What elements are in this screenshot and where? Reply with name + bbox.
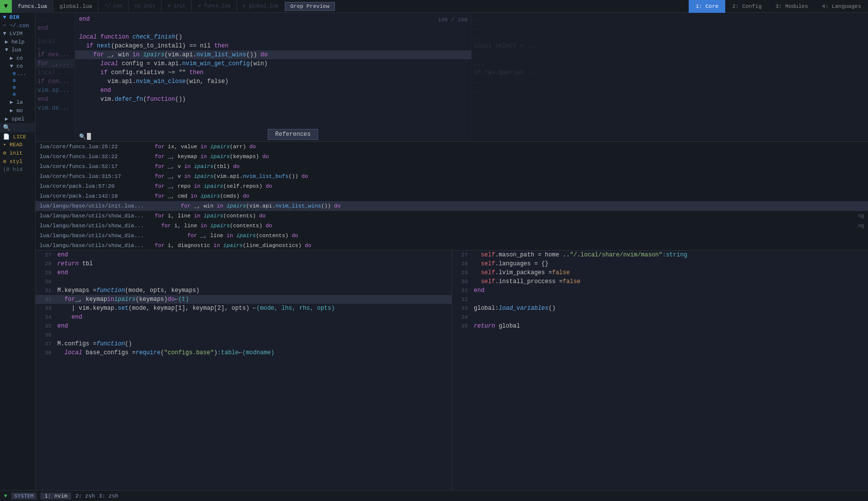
split-editors: 27 end 28 return tbl 29end 30 31M.keymap… <box>36 250 868 490</box>
split-code-line: 34 end <box>36 313 452 322</box>
sidebar-item-read[interactable]: • READ <box>0 141 35 149</box>
ref-code: for i, line in ipairs(contents) do <box>148 223 272 229</box>
ref-item-active[interactable]: lua/langu/base/utils/init.lua... for _, … <box>36 201 868 211</box>
tab-zsh-1[interactable]: 2: zsh <box>75 493 95 499</box>
sidebar-search[interactable]: 🔍 <box>0 123 35 132</box>
sidebar-item-init[interactable]: ⚙ init <box>0 149 35 157</box>
file-icon-3: ⚙ <box>13 84 16 90</box>
tab-extra-3[interactable]: # init <box>162 0 192 13</box>
system-label: SYSTEM <box>36 493 37 500</box>
sidebar-item-con[interactable]: ~ ~/.con <box>0 22 35 30</box>
main-code-panel: 160 / 180 end local function check_finis… <box>75 13 471 141</box>
ref-code: for i, diagnostic in ipairs(line_diagnos… <box>148 243 311 249</box>
ref-code: for _, v in ipairs(vim.api.nvim_list_buf… <box>148 173 308 179</box>
split-code-line: 30 <box>36 277 452 286</box>
tab-config[interactable]: 2: Config <box>725 0 768 13</box>
ref-code: for _, keymap in ipairs(keymaps) do <box>148 154 269 160</box>
split-code-line: 37M.configs = function() <box>36 339 452 348</box>
ref-code: for _, line in ipairs(contents) do <box>148 233 298 239</box>
ref-path: lua/langu/base/utils/show_dia... <box>40 213 148 219</box>
split-code-line: 33 | vim.keymap.set(mode, keymap[1], key… <box>36 304 452 313</box>
sidebar-item-lice[interactable]: 📄 LICE <box>0 132 35 141</box>
ref-path: lua/langu/base/utils/show_dia... <box>40 233 148 239</box>
tab-global-lua[interactable]: global.lua <box>53 0 98 13</box>
sidebar-item-co2[interactable]: ▼ co <box>0 62 35 70</box>
sidebar-dir-label: ▼ DIR <box>0 13 35 22</box>
ref-item[interactable]: lua/core/funcs.lua:25:22 for ix, value i… <box>36 142 868 152</box>
split-panel-left: 27 end 28 return tbl 29end 30 31M.keymap… <box>36 250 452 490</box>
code-line-highlighted: for _, win in ipairs(vim.api.nvim_list_w… <box>75 50 471 59</box>
split-code-line: 30 self.install_proccess = false <box>452 277 868 286</box>
split-code-line: 35return global <box>452 322 868 331</box>
split-code-line: 28 return tbl <box>36 259 452 268</box>
tab-zsh-2[interactable]: 3: zsh <box>99 493 119 499</box>
split-code-line: 28 self.languages = {} <box>452 259 868 268</box>
ref-item[interactable]: lua/core/funcs.lua:32:22 for _, keymap i… <box>36 152 868 162</box>
ref-item[interactable]: lua/core/funcs.lua:315:17 for _, v in ip… <box>36 171 868 181</box>
code-line: vim.api.nvim_win_close(win, false) <box>75 77 471 86</box>
split-code-line: 29 self.lvim_packages = false <box>452 268 868 277</box>
sidebar-item-spel[interactable]: ▶ spel <box>0 115 35 123</box>
tab-extra-1[interactable]: ~/.con <box>98 0 128 13</box>
sidebar-item-lvim[interactable]: ▼ LVIM <box>0 30 35 38</box>
main-layout: ▼ DIR ~ ~/.con ▼ LVIM ▶ help ▼ lua ▶ co … <box>0 13 868 501</box>
tab-extra-5[interactable]: # global.lua <box>237 0 285 13</box>
tab-extra-4[interactable]: # funcs.lua <box>192 0 237 13</box>
ref-item[interactable]: lua/core/pack.lua:142:19 for _, cmd in i… <box>36 191 868 201</box>
top-tabbar: ▼ funcs.lua global.lua ~/.con co init # … <box>0 0 868 13</box>
file-icon-2: ⚙ <box>13 78 16 84</box>
ref-path: lua/core/funcs.lua:32:22 <box>40 154 148 160</box>
ref-item[interactable]: lua/langu/base/utils/show_dia... for i, … <box>36 221 868 231</box>
ref-path: lua/core/funcs.lua:25:22 <box>40 144 148 150</box>
references-badge: References <box>268 129 318 140</box>
ref-path: lua/core/funcs.lua:315:17 <box>40 173 148 179</box>
line-counter: 160 / 180 <box>438 17 467 23</box>
split-code-line-highlighted: 32 for _, keymap in ipairs(keymaps) do ←… <box>36 295 452 304</box>
ref-path: lua/langu/base/utils/show_dia... <box>40 243 148 249</box>
ref-code: for ix, value in ipairs(arr) do <box>148 144 256 150</box>
sidebar-item-la[interactable]: ▶ la <box>0 98 35 106</box>
sidebar-item-lua[interactable]: ▼ lua <box>0 46 35 54</box>
split-code-line: 27 self.mason_path = home .. "/.local/sh… <box>452 250 868 259</box>
split-code-line: 31end <box>452 286 868 295</box>
ref-item[interactable]: lua/langu/base/utils/show_dia... for i, … <box>36 211 868 221</box>
sidebar-item-co1[interactable]: ▶ co <box>0 54 35 62</box>
ref-path: lua/core/pack.lua:142:19 <box>40 193 148 199</box>
code-line: local function check_finish() <box>75 33 471 42</box>
ref-item[interactable]: lua/langu/base/utils/show_dia... for i, … <box>36 241 868 250</box>
ref-code: for _, win in ipairs(vim.api.nvim_list_w… <box>148 203 341 209</box>
file-icon-4: ⚙ <box>13 91 16 97</box>
ref-code: for _, cmd in ipairs(cmds) do <box>148 193 249 199</box>
sidebar-item-mo[interactable]: ▶ mo <box>0 106 35 115</box>
tab-modules[interactable]: 3: Modules <box>769 0 815 13</box>
ref-path: lua/langu/base/utils/show_dia... <box>40 223 148 229</box>
sidebar-item-help[interactable]: ▶ help <box>0 38 35 46</box>
sidebar: ▼ DIR ~ ~/.con ▼ LVIM ▶ help ▼ lua ▶ co … <box>0 13 36 501</box>
split-code-line: 34 <box>452 313 868 322</box>
vim-icon: ▼ <box>0 0 12 13</box>
right-tabs: 1: Core 2: Config 3: Modules 4: Language… <box>689 0 868 13</box>
ref-item[interactable]: lua/core/pack.lua:57:20 for _, repo in i… <box>36 181 868 191</box>
code-line: if config.relative ~= "" then <box>75 68 471 77</box>
tab-nvim[interactable]: 1: nvim <box>41 493 71 500</box>
ref-item[interactable]: lua/langu/base/utils/show_dia... for _, … <box>36 231 868 241</box>
code-line: if next(packages_to_install) == nil then <box>75 42 471 50</box>
code-line: local config = vim.api.nvim_win_get_conf… <box>75 59 471 68</box>
ref-item[interactable]: lua/core/funcs.lua:52:17 for _, v in ipa… <box>36 162 868 171</box>
tab-core[interactable]: 1: Core <box>689 0 725 13</box>
code-line <box>75 24 471 33</box>
ref-code: for _, v in ipairs(tbl) do <box>148 164 240 169</box>
tab-funcs-lua[interactable]: funcs.lua <box>12 0 53 13</box>
code-line: end <box>75 15 471 24</box>
tab-extra-2[interactable]: co init <box>128 0 162 13</box>
sidebar-search-input[interactable] <box>10 125 33 131</box>
search-prompt: 🔍 <box>79 133 86 140</box>
tab-languages[interactable]: 4: Languages <box>815 0 868 13</box>
sidebar-item-styl[interactable]: ⚙ styl <box>0 157 35 166</box>
editor-area: ... end local f... if nex... for _,... l… <box>36 13 868 141</box>
split-code-line: 31M.keymaps = function(mode, opts, keyma… <box>36 286 452 295</box>
code-line: end <box>75 86 471 95</box>
split-code-line: 32 <box>452 295 868 304</box>
ref-path: lua/core/funcs.lua:52:17 <box>40 164 148 169</box>
references-list: lua/core/funcs.lua:25:22 for ix, value i… <box>36 141 868 250</box>
